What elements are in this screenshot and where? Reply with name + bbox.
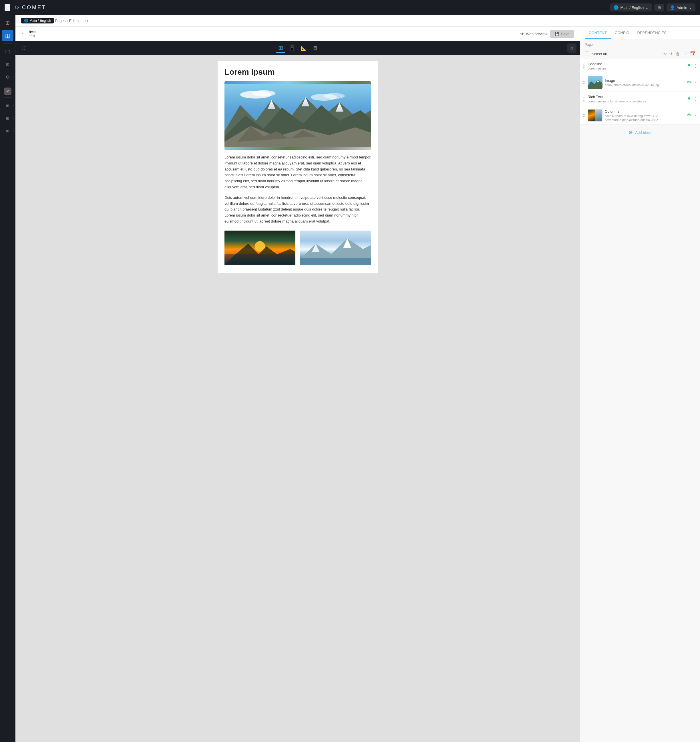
- canvas-columns: [225, 229, 371, 266]
- more-menu-icon-richtext[interactable]: ⋮: [693, 96, 698, 102]
- back-button[interactable]: ←: [21, 31, 26, 36]
- save-button[interactable]: 💾 Save: [550, 30, 574, 38]
- device-btn-desktop[interactable]: 🖥: [310, 43, 320, 53]
- breadcrumb: 🌐 Main / English Pages › Edit content: [15, 15, 700, 26]
- block-detail-headline: Lorem ipsum: [588, 67, 650, 70]
- block-actions-image: 👁 ⋮: [687, 80, 698, 85]
- visibility-icon-columns[interactable]: 👁: [687, 113, 691, 118]
- collapse-button[interactable]: ⛶: [19, 43, 28, 53]
- canvas-column-image-1: [225, 229, 296, 266]
- breadcrumb-current: Edit content: [69, 19, 89, 23]
- sidebar-divider: [3, 43, 12, 44]
- delete-all-icon[interactable]: 🗑: [676, 52, 680, 56]
- copy-all-icon[interactable]: 📄: [682, 51, 688, 56]
- layout-button[interactable]: ⊞: [654, 4, 664, 12]
- page-name: test: [29, 29, 36, 34]
- tab-config[interactable]: CONFIG: [611, 26, 633, 39]
- sort-handle-image[interactable]: ▲ ▼: [582, 79, 585, 85]
- canvas-headline: Lorem ipsum: [225, 68, 371, 77]
- block-name-image: Image: [605, 78, 685, 82]
- visibility-icon-image[interactable]: 👁: [687, 80, 691, 85]
- block-thumbnail-columns: [588, 109, 603, 122]
- add-block-label: Add block: [635, 130, 651, 135]
- layout-icon: ⊞: [658, 6, 661, 10]
- sidebar-item-dashboard[interactable]: ⊞: [2, 17, 13, 29]
- device-btn-tablet[interactable]: 📐: [298, 43, 309, 53]
- admin-label: Admin: [676, 6, 687, 10]
- block-row-columns: ▲ ▼ Columns scenic-photo-of-lake-during-…: [580, 106, 700, 125]
- calendar-icon[interactable]: 📅: [690, 51, 696, 56]
- locale-switcher[interactable]: 🌐 Main / English ⌄: [610, 3, 652, 12]
- sort-handle-richtext[interactable]: ▲ ▼: [582, 96, 585, 102]
- canvas-hero-image: [225, 81, 371, 150]
- more-menu-icon-image[interactable]: ⋮: [693, 80, 698, 85]
- svg-point-2: [252, 90, 275, 96]
- device-btn-mobile[interactable]: 📱: [287, 43, 297, 53]
- svg-rect-15: [225, 254, 296, 265]
- block-row-headline: ▲ ▼ Headline Lorem ipsum 👁 ⋮: [580, 59, 700, 73]
- chevron-down-icon-admin: ⌄: [689, 6, 692, 10]
- select-all-label: Select all: [592, 52, 607, 56]
- app-title: COMET: [22, 4, 46, 10]
- panel-section-label: Page: [580, 39, 700, 49]
- more-menu-icon-columns[interactable]: ⋮: [693, 113, 698, 118]
- sidebar-item-ext1[interactable]: ⊞: [2, 100, 13, 111]
- device-toolbar: ⛶ ⊞ 📱 📐 🖥 ⧉: [15, 41, 580, 55]
- tab-content[interactable]: CONTENT: [585, 26, 611, 39]
- page-canvas: Lorem ipsum: [15, 55, 580, 742]
- tab-dependencies[interactable]: DEPENDENCIES: [633, 26, 671, 39]
- app-body: ⊞ ◫ ⬚ ⊡ ⚙ P ⊞ ⊞ ⊞ 🌐 Main / English Pages…: [0, 15, 700, 742]
- globe-icon: 🌐: [614, 5, 619, 10]
- block-name-richtext: Rich Text: [588, 95, 685, 99]
- block-actions-columns: 👁 ⋮: [687, 113, 698, 118]
- admin-menu[interactable]: 👤 Admin ⌄: [666, 3, 696, 12]
- block-detail-columns-1: scenic-photo-of-lake-during-dawn-412...: [605, 114, 668, 118]
- visibility-icon-richtext[interactable]: 👁: [687, 96, 691, 102]
- breadcrumb-locale-tag[interactable]: 🌐 Main / English: [21, 18, 54, 24]
- hamburger-button[interactable]: ☰: [4, 4, 10, 11]
- editor-area: ← test /test 👁 Web preview 💾: [15, 26, 700, 742]
- sidebar-item-ext3[interactable]: ⊞: [2, 125, 13, 137]
- sort-handle-columns[interactable]: ▲ ▼: [582, 112, 585, 118]
- breadcrumb-pages-link[interactable]: Pages: [55, 19, 65, 23]
- select-all-checkbox[interactable]: [585, 52, 589, 56]
- select-all-actions: 👁 👁 🗑 📄 📅: [663, 51, 696, 56]
- sort-handle-headline[interactable]: ▲ ▼: [582, 63, 585, 69]
- chevron-down-icon: ⌄: [646, 6, 649, 10]
- block-row-richtext: ▲ ▼ Rich Text Lorem ipsum dolor sit amet…: [580, 92, 700, 106]
- show-all-icon[interactable]: 👁: [663, 52, 667, 56]
- sidebar-item-media[interactable]: ⬚: [2, 46, 13, 57]
- device-btn-all[interactable]: ⊞: [275, 43, 286, 53]
- save-label: Save: [561, 32, 570, 36]
- sidebar-item-plugins[interactable]: P: [4, 88, 12, 95]
- eye-preview-icon: 👁: [521, 32, 524, 36]
- save-icon: 💾: [555, 32, 559, 36]
- main-content: 🌐 Main / English Pages › Edit content ← …: [15, 15, 700, 742]
- block-row-image: ▲ ▼ Image aerial-ph: [580, 73, 700, 92]
- visibility-icon-headline[interactable]: 👁: [687, 63, 691, 69]
- preview-pane: ← test /test 👁 Web preview 💾: [15, 26, 580, 742]
- fullscreen-button[interactable]: ⧉: [567, 43, 576, 53]
- canvas-body-text-2: Duis autem vel eum iriure dolor in hendr…: [225, 195, 371, 225]
- block-thumbnail-image: [588, 76, 603, 89]
- block-detail-columns-2: adventure-alpine-altitude-austria-3552..…: [605, 118, 668, 122]
- page-slug: /test: [29, 34, 36, 38]
- canvas-inner: Lorem ipsum: [218, 60, 378, 273]
- collapse-icon: ⛶: [21, 46, 25, 50]
- hide-all-icon[interactable]: 👁: [669, 52, 674, 56]
- sidebar-item-ext2[interactable]: ⊞: [2, 112, 13, 124]
- sidebar: ⊞ ◫ ⬚ ⊡ ⚙ P ⊞ ⊞ ⊞: [0, 15, 15, 742]
- more-menu-icon-headline[interactable]: ⋮: [693, 63, 698, 69]
- sidebar-item-settings[interactable]: ⚙: [2, 71, 13, 82]
- block-actions-richtext: 👁 ⋮: [687, 96, 698, 102]
- sidebar-item-pages[interactable]: ◫: [2, 30, 13, 41]
- sidebar-item-components[interactable]: ⊡: [2, 59, 13, 70]
- locale-label: Main / English: [620, 6, 644, 10]
- device-buttons: ⊞ 📱 📐 🖥: [275, 43, 320, 53]
- block-detail-image: aerial-photo-of-mountains-1632044.jpg: [605, 83, 668, 87]
- select-all-row: Select all 👁 👁 🗑 📄 📅: [580, 49, 700, 59]
- web-preview-label: Web preview: [526, 32, 547, 36]
- web-preview-button[interactable]: 👁 Web preview: [521, 32, 547, 36]
- add-block-row[interactable]: ⊕ Add block: [580, 125, 700, 140]
- user-icon: 👤: [670, 5, 675, 10]
